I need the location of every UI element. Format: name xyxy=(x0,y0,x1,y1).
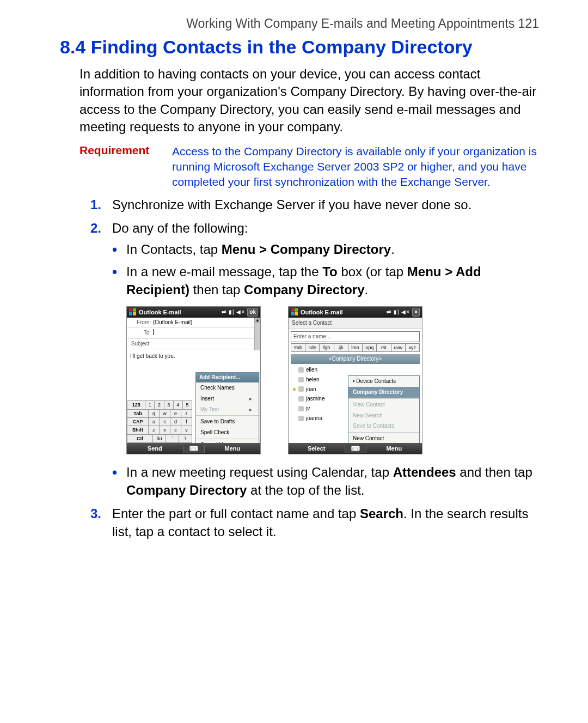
step-2: Do any of the following: In Contacts, ta… xyxy=(79,219,539,500)
menu-item-new-search[interactable]: New Search xyxy=(348,410,419,421)
softkey-menu[interactable]: Menu xyxy=(366,445,422,453)
scrollbar[interactable]: ▲ xyxy=(254,318,260,350)
phone1-softkey-bar: Send Menu xyxy=(127,443,260,454)
manual-page: Working With Company E-mails and Meeting… xyxy=(0,0,588,568)
phone1-body: ▲ From: (Outlook E-mail) To: xyxy=(127,318,260,443)
menu-item-insert[interactable]: Insert xyxy=(196,393,259,404)
alpha-tab[interactable]: cde xyxy=(305,343,319,352)
compose-menu-popup: Add Recipient... Check Names Insert My T… xyxy=(195,372,259,443)
screenshot-compose-email: Outlook E-mail ⇄ ▮| ◀× ok ▲ From: xyxy=(126,306,261,454)
menu-item-view-contact[interactable]: View Contact xyxy=(348,399,419,410)
screenshot-select-contact: Outlook E-mail ⇄ ▮| ◀× × Select a Contac… xyxy=(288,306,422,454)
intro-paragraph: In addition to having contacts on your d… xyxy=(79,65,539,136)
alpha-tab[interactable]: lmn xyxy=(348,343,362,352)
contact-icon xyxy=(298,377,304,382)
alpha-tab[interactable]: ijk xyxy=(334,343,348,352)
contact-item[interactable]: ellen xyxy=(289,365,422,375)
menu-item-device-contacts[interactable]: • Device Contacts xyxy=(348,376,419,387)
softkey-menu[interactable]: Menu xyxy=(205,445,261,453)
subject-row[interactable]: Subject: xyxy=(127,339,260,349)
contact-icon xyxy=(298,396,304,402)
alpha-tab[interactable]: #ab xyxy=(291,343,305,352)
steps-list: Synchronize with Exchange Server if you … xyxy=(79,196,539,541)
step-1: Synchronize with Exchange Server if you … xyxy=(79,196,539,214)
running-header: Working With Company E-mails and Meeting… xyxy=(60,16,539,31)
status-icons: ⇄ ▮| ◀× xyxy=(387,308,410,316)
menu-item-spell-check[interactable]: Spell Check xyxy=(196,427,259,438)
menu-separator xyxy=(196,439,259,439)
keyboard-toggle-icon[interactable] xyxy=(345,445,366,453)
to-input[interactable] xyxy=(153,329,259,337)
alpha-tab[interactable]: fgh xyxy=(319,343,333,352)
from-label: From: xyxy=(128,319,153,326)
alpha-tab[interactable]: opq xyxy=(362,343,376,352)
menu-item-my-text[interactable]: My Text xyxy=(196,404,259,415)
company-directory-bar[interactable]: <Company Directory> xyxy=(291,354,420,364)
menu-item-add-recipient[interactable]: Add Recipient... xyxy=(196,373,259,382)
alpha-tab[interactable]: uvw xyxy=(391,343,405,352)
step-2-text: Do any of the following: xyxy=(112,221,248,235)
requirement-label: Requirement xyxy=(79,144,172,190)
alpha-tab[interactable]: rst xyxy=(376,343,390,352)
menu-separator xyxy=(196,415,259,416)
phone2-title: Outlook E-mail xyxy=(301,308,384,317)
alpha-tabs: #ab cde fgh ijk lmn opq rst uvw xyz xyxy=(291,343,420,352)
menu-item-save-drafts[interactable]: Save to Drafts xyxy=(196,416,259,427)
star-icon: ★ xyxy=(292,386,296,393)
menu-item-new-contact[interactable]: New Contact xyxy=(348,433,419,443)
section-title: 8.4 Finding Contacts in the Company Dire… xyxy=(60,37,539,58)
step-2b: In a new e-mail message, tap the To box … xyxy=(112,263,539,454)
to-label: To: xyxy=(128,329,153,337)
close-button[interactable]: × xyxy=(412,308,420,317)
keyboard-toggle-icon[interactable] xyxy=(183,445,205,453)
step-2-sublist: In Contacts, tap Menu > Company Director… xyxy=(112,240,539,500)
phone2-body: Select a Contact Enter a name... #ab cde… xyxy=(289,318,422,443)
scroll-up-icon[interactable]: ▲ xyxy=(255,318,260,323)
menu-separator xyxy=(348,432,419,433)
to-row[interactable]: To: xyxy=(127,328,260,339)
select-contact-header: Select a Contact xyxy=(289,318,422,329)
from-row: From: (Outlook E-mail) xyxy=(127,318,260,328)
directory-menu-popup: • Device Contacts Company Directory View… xyxy=(348,375,420,443)
requirement-text: Access to the Company Directory is avail… xyxy=(172,144,539,190)
menu-separator xyxy=(348,398,419,399)
phone2-titlebar: Outlook E-mail ⇄ ▮| ◀× × xyxy=(289,307,422,318)
contact-icon xyxy=(298,386,304,392)
status-icons: ⇄ ▮| ◀× xyxy=(222,308,245,316)
windows-logo-icon xyxy=(291,308,298,316)
menu-item-check-names[interactable]: Check Names xyxy=(196,382,259,393)
from-value: (Outlook E-mail) xyxy=(153,319,259,326)
phone2-softkey-bar: Select Menu xyxy=(289,443,422,454)
contact-icon xyxy=(298,416,304,421)
softkey-send[interactable]: Send xyxy=(127,445,183,453)
requirement-block: Requirement Access to the Company Direct… xyxy=(79,144,539,190)
contact-icon xyxy=(298,406,304,411)
windows-logo-icon xyxy=(129,308,137,316)
email-body-text[interactable]: I'll get back to you. xyxy=(127,349,260,363)
subject-label: Subject: xyxy=(128,340,153,348)
soft-keyboard[interactable]: 12312345 Tabqwer CAPasdf Shiftzxcv Ctláü… xyxy=(127,400,192,443)
ok-button[interactable]: ok xyxy=(247,308,258,317)
phone1-title: Outlook E-mail xyxy=(139,308,219,317)
step-3: Enter the part or full contact name and … xyxy=(79,505,539,540)
contact-icon xyxy=(298,367,304,373)
softkey-select[interactable]: Select xyxy=(289,445,345,453)
menu-item-company-directory[interactable]: Company Directory xyxy=(348,387,419,398)
name-search-input[interactable]: Enter a name... xyxy=(291,331,420,342)
phone1-titlebar: Outlook E-mail ⇄ ▮| ◀× ok xyxy=(127,307,260,318)
menu-item-save-to-contacts[interactable]: Save to Contacts xyxy=(348,421,419,432)
screenshot-row: Outlook E-mail ⇄ ▮| ◀× ok ▲ From: xyxy=(126,306,539,454)
menu-item-cancel-message[interactable]: Cancel Message xyxy=(196,440,259,443)
alpha-tab[interactable]: xyz xyxy=(405,343,420,352)
step-2a: In Contacts, tap Menu > Company Director… xyxy=(112,240,539,258)
step-2c: In a new meeting request using Calendar,… xyxy=(112,463,539,499)
